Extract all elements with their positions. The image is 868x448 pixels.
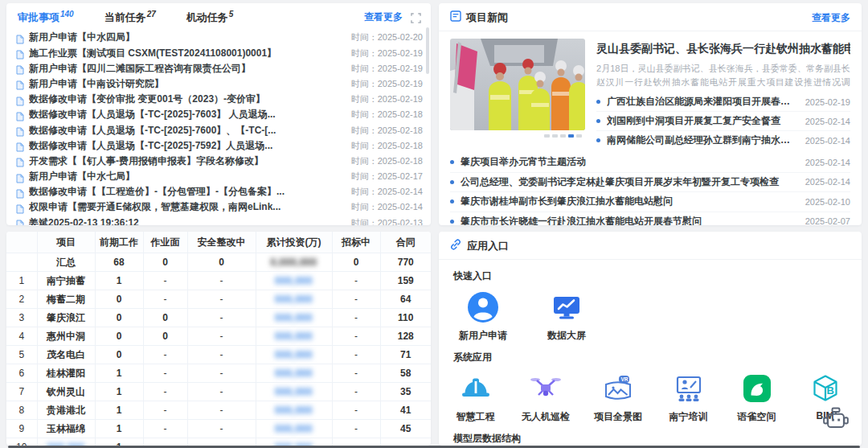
safety-count: -: [187, 438, 256, 446]
carousel-dot[interactable]: [560, 134, 566, 138]
approval-time: 时间：2025-02-18: [351, 155, 423, 167]
document-icon: [16, 156, 24, 166]
carousel-dot[interactable]: [544, 134, 550, 138]
projects-table-header: 项目前期工作作业面安全整改中累计投资(万)招标中合同: [6, 232, 431, 253]
workface-count: -: [143, 272, 187, 290]
news-title: 刘国刚到中洞项目开展复工复产安全督查: [607, 114, 796, 128]
app-system[interactable]: 南宁培训: [666, 372, 710, 424]
user-circle-icon: [467, 291, 499, 323]
model-layer-label: 模型层数据结构: [453, 432, 847, 446]
bidding-count: -: [332, 346, 380, 364]
workface-count: -: [143, 383, 187, 401]
list-item[interactable]: 新用户申请【四川二滩国际工程咨询有限责任公司】时间：2025-02-19: [16, 61, 423, 76]
featured-news-summary: 2月18日，灵山县委副书记、县长张海兵，县委常委、常务副县长赵汉川一行赴钦州抽水…: [596, 62, 850, 89]
approval-time: 时间：2025-02-18: [351, 140, 423, 152]
news-title: 肇庆项目举办元宵节主题活动: [461, 155, 796, 169]
column-header: 作业面: [143, 232, 187, 253]
app-quick[interactable]: 新用户申请: [453, 291, 513, 343]
approval-time: 时间：2025-02-18: [351, 109, 423, 121]
table-row[interactable]: 7钦州灵山1--888,888-35: [6, 383, 431, 401]
table-row[interactable]: 3肇庆浪江00-888,888-110: [6, 309, 431, 327]
bullet-icon: [596, 138, 600, 142]
table-row[interactable]: 9玉林福绵1--888,888-45: [6, 420, 431, 438]
table-row[interactable]: 4惠州中洞00-888,888-128: [6, 327, 431, 346]
masked-value: 888,888: [275, 405, 313, 416]
list-item[interactable]: 数据修改申请【人员退场【-TC-[2025]-7603】 人员退场...时间：2…: [16, 107, 423, 122]
news-date: 2025-02-14: [805, 117, 850, 126]
row-index: 10: [6, 438, 37, 446]
workface-count: 0: [143, 253, 187, 272]
news-item[interactable]: 公司总经理、党委副书记李定林赴肇庆项目开展岁末年初暨开复工专项检查2025-02…: [450, 173, 850, 193]
quick-entry-label: 快速入口: [453, 269, 847, 283]
carousel-dot[interactable]: [568, 134, 574, 138]
list-item[interactable]: 数据修改申请【人员退场【-TC-[2025]-7600】、【-TC-[...时间…: [16, 122, 423, 138]
safety-count: -: [187, 420, 256, 438]
bullet-icon: [596, 119, 600, 123]
expand-icon[interactable]: [411, 12, 421, 23]
list-item[interactable]: 数据修改申请【变价审批 变更001号（2023）-变价审】时间：2025-02-…: [16, 92, 423, 107]
news-full-list: 肇庆项目举办元宵节主题活动2025-02-14公司总经理、党委副书记李定林赴肇庆…: [439, 150, 862, 225]
list-item[interactable]: 权限申请【需要开通E储权限，智慧基建权限，南网eLink...时间：2025-0…: [16, 199, 423, 215]
app-system[interactable]: VR项目全景图: [594, 372, 642, 424]
document-icon: [16, 203, 24, 212]
app-system[interactable]: 无人机巡检: [522, 372, 570, 424]
featured-news-title[interactable]: 灵山县委副书记、县长张海兵一行赴钦州抽水蓄能电站调研: [596, 42, 850, 56]
workface-count: -: [143, 420, 187, 438]
safety-count: -: [187, 401, 256, 420]
row-index: 5: [6, 346, 37, 364]
document-icon: [16, 79, 24, 88]
table-row[interactable]: 1南宁抽蓄1--888,888-159: [6, 272, 431, 290]
news-item[interactable]: 南网储能公司副总经理孙立群到南宁抽水蓄能电...2025-02-14: [596, 131, 850, 150]
news-title: 南网储能公司副总经理孙立群到南宁抽水蓄能电...: [607, 134, 796, 147]
app-quick[interactable]: 数据大屏: [537, 291, 596, 343]
approval-time: 时间：2025-02-14: [351, 186, 423, 198]
table-row[interactable]: 2梅蓄二期0--888,888-64: [6, 290, 431, 309]
list-item[interactable]: 新用户申请【中南设计研究院】时间：2025-02-19: [16, 76, 423, 92]
list-item[interactable]: 新用户申请【中水四局】时间：2025-02-20: [16, 30, 423, 45]
list-item[interactable]: 开发需求【【钉人事-费用报销申报表】字段名称修改】时间：2025-02-18: [16, 154, 423, 169]
list-item[interactable]: 新用户申请【中水七局】时间：2025-02-17: [16, 169, 423, 184]
approval-title: 姜斌2025-02-13 19:36:12: [29, 216, 342, 225]
carousel-dot[interactable]: [552, 134, 558, 138]
masked-value: 888,888: [275, 331, 313, 342]
tab-approvals[interactable]: 审批事项140: [18, 10, 74, 25]
bidding-count: -: [332, 290, 380, 309]
tab-count-badge: 5: [229, 10, 234, 18]
news-item[interactable]: 肇庆市谢桂坤副市长到肇庆浪江抽水蓄能电站慰问2025-02-10: [450, 192, 850, 212]
masked-value: 888,888: [275, 275, 313, 286]
tab-mobile-tasks[interactable]: 机动任务5: [186, 10, 234, 25]
table-row[interactable]: 5茂名电白0--888,888-71: [6, 346, 431, 364]
news-item[interactable]: 肇庆项目举办元宵节主题活动2025-02-14: [450, 153, 850, 173]
assistant-robot-icon[interactable]: [821, 405, 850, 434]
app-system[interactable]: 智慧工程: [453, 372, 497, 424]
app-system[interactable]: 语雀空间: [735, 372, 779, 424]
prelim-count: 68: [95, 253, 143, 272]
list-item[interactable]: 姜斌2025-02-13 19:36:12时间：2025-02-13: [16, 216, 423, 225]
news-title: 公司总经理、党委副书记李定林赴肇庆项目开展岁末年初暨开复工专项检查: [461, 175, 796, 189]
news-item[interactable]: 肇庆市市长许晓雄一行赴浪江抽水蓄能电站开展春节慰问2025-02-07: [450, 212, 850, 226]
list-item[interactable]: 数据修改申请【人员退场【-TC-[2025]-7592】人员退场...时间：20…: [16, 138, 423, 154]
news-panel-title: 项目新闻: [466, 10, 508, 25]
carousel-dot[interactable]: [576, 134, 582, 138]
table-row[interactable]: 8贵港港北1--888,888-41: [6, 401, 431, 420]
news-item[interactable]: 广西壮族自治区能源局来灌阳项目开展春节后复...2025-02-19: [596, 92, 850, 112]
list-item[interactable]: 数据修改申请【【工程造价】-【分包管理】-【分包备案】...时间：2025-02…: [16, 184, 423, 199]
approval-title: 新用户申请【中南设计研究院】: [29, 77, 342, 91]
news-item[interactable]: 刘国刚到中洞项目开展复工复产安全督查2025-02-14: [596, 112, 850, 131]
table-row[interactable]: 6桂林灌阳1--888,888-58: [6, 364, 431, 383]
tab-current-tasks[interactable]: 当前任务27: [104, 10, 156, 25]
news-photo[interactable]: [450, 39, 585, 130]
approvals-scrollbar[interactable]: [426, 27, 429, 74]
masked-value: 888,888: [275, 349, 313, 360]
table-row[interactable]: 10888,8881--888,888---: [6, 438, 431, 446]
bullet-icon: [450, 199, 454, 203]
approval-title: 数据修改申请【人员退场【-TC-[2025]-7592】人员退场...: [29, 139, 342, 153]
prelim-count: 1: [95, 272, 143, 290]
row-index: 1: [6, 272, 37, 290]
news-more-link[interactable]: 查看更多: [812, 11, 850, 25]
list-item[interactable]: 施工作业票【测试项目 CSXM(TEST20241108001)0001】时间：…: [16, 46, 423, 61]
table-row-summary[interactable]: 汇总68008,888,8880770: [6, 253, 431, 272]
approval-title: 新用户申请【四川二滩国际工程咨询有限责任公司】: [29, 62, 342, 76]
safety-count: 0: [187, 253, 256, 272]
approvals-more-link[interactable]: 查看更多: [364, 10, 403, 24]
